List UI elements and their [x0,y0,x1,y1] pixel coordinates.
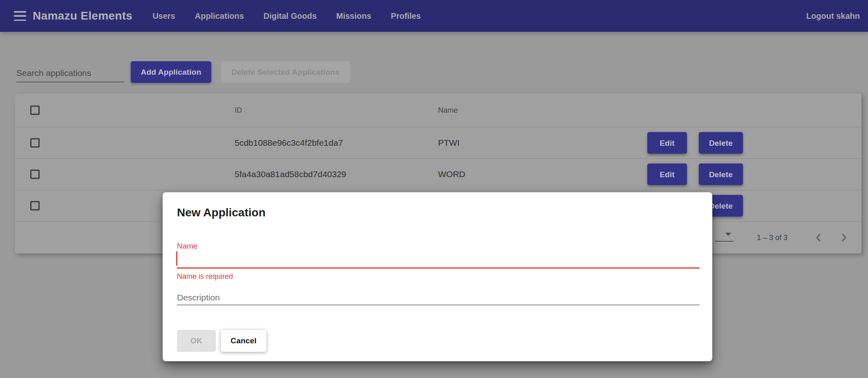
cell-name: WORD [438,169,465,179]
ok-button: OK [177,330,216,352]
new-application-dialog: New Application Name Name is required OK… [163,192,712,361]
add-application-button[interactable]: Add Application [131,61,211,83]
nav-item-missions[interactable]: Missions [336,11,371,21]
name-field-label: Name [177,242,198,251]
search-input[interactable] [16,64,124,82]
cell-id: 5fa4a30a81ad58cbd7d40329 [235,169,346,179]
paginator-range-label: 1 – 3 of 3 [757,233,787,242]
dialog-title: New Application [177,206,266,219]
delete-button[interactable]: Delete [699,164,743,185]
nav-item-users[interactable]: Users [152,11,175,21]
delete-selected-applications-button: Delete Selected Applications [221,61,350,83]
table-row: 5fa4a30a81ad58cbd7d40329 WORD Edit Delet… [15,159,861,190]
chevron-left-icon [814,232,824,243]
cell-name: PTWI [438,138,460,148]
table-row: 5cdb1088e96c3c4f2bfe1da7 PTWI Edit Delet… [15,127,861,159]
row-checkbox[interactable] [30,201,40,211]
next-page-button[interactable] [834,229,852,247]
page-size-select[interactable] [715,227,734,242]
edit-button[interactable]: Edit [647,164,687,185]
column-header-id: ID [235,106,242,115]
column-header-name: Name [438,106,458,115]
nav-item-applications[interactable]: Applications [195,11,244,21]
cell-id: 5cdb1088e96c3c4f2bfe1da7 [235,138,343,148]
table-header-row: ID Name [15,93,861,127]
chevron-right-icon [838,232,849,243]
top-nav: Namazu Elements Users Applications Digit… [0,0,868,32]
name-field-underline [177,267,700,269]
app-title: Namazu Elements [33,9,132,22]
menu-icon[interactable] [14,11,26,21]
nav-item-digital-goods[interactable]: Digital Goods [264,11,317,21]
select-all-checkbox[interactable] [30,106,40,115]
description-input[interactable] [177,290,700,305]
edit-button[interactable]: Edit [647,132,687,154]
row-checkbox[interactable] [30,138,40,148]
previous-page-button[interactable] [810,229,828,247]
cancel-button[interactable]: Cancel [221,330,266,352]
name-error-message: Name is required [177,272,233,281]
arrow-drop-down-icon [725,233,731,236]
delete-button[interactable]: Delete [699,132,743,154]
text-caret [176,251,177,266]
row-checkbox[interactable] [30,170,40,179]
nav-links: Users Applications Digital Goods Mission… [152,11,421,21]
nav-item-profiles[interactable]: Profiles [391,11,421,21]
logout-button[interactable]: Logout skahn [806,11,860,21]
name-input[interactable] [177,250,700,267]
